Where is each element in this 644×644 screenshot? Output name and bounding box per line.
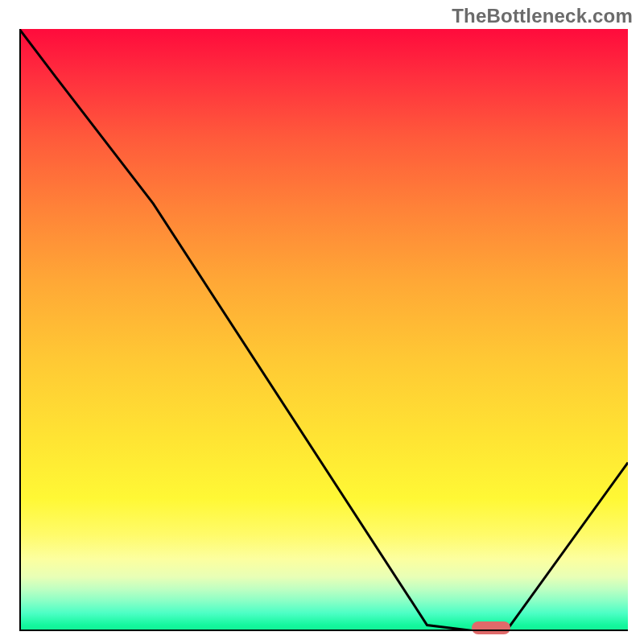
axes-border: [19, 29, 628, 631]
plot-area: [19, 29, 628, 631]
watermark-text: TheBottleneck.com: [452, 5, 633, 27]
chart-frame: TheBottleneck.com: [0, 0, 644, 644]
